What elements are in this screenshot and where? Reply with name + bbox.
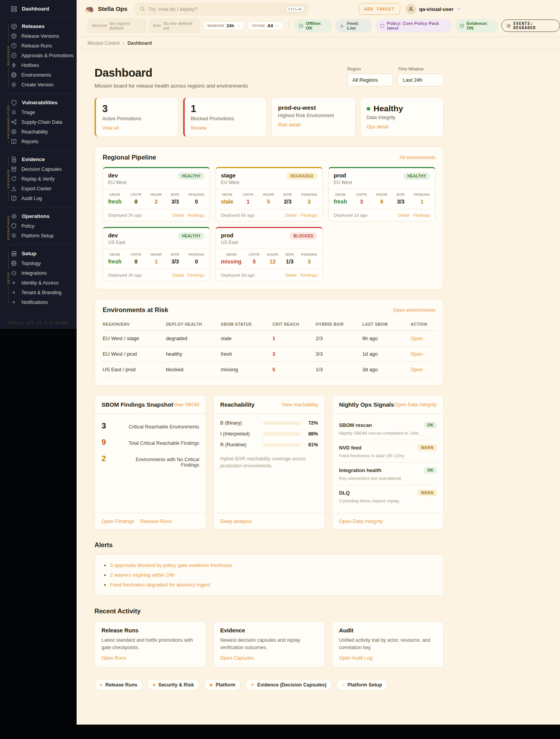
- sidebar-item-reports[interactable]: Reports: [0, 137, 77, 146]
- sidebar-item-triage[interactable]: Triage: [0, 107, 77, 117]
- page-title: Dashboard: [94, 67, 248, 79]
- time-window-select[interactable]: Last 24h: [398, 74, 444, 86]
- user-menu[interactable]: qa-visual-user: [406, 4, 461, 14]
- open-environments-link[interactable]: Open environments: [393, 307, 436, 313]
- open-row-link[interactable]: Open: [411, 335, 423, 341]
- detail-link[interactable]: Detail: [172, 273, 184, 277]
- sidebar-item-release-runs[interactable]: Release Runs: [0, 41, 77, 51]
- sidebar-item-topology[interactable]: Topology: [0, 258, 77, 268]
- open-audit-log-link[interactable]: Open Audit Log: [339, 655, 373, 661]
- rail-label: OPERATIONS: [7, 216, 10, 240]
- region-select[interactable]: All Regions: [347, 74, 393, 86]
- search-input[interactable]: [149, 6, 283, 12]
- sidebar-item-vulnerabilities[interactable]: Vulnerabilities: [0, 98, 77, 107]
- sidebar-item-hotfixes[interactable]: Hotfixes: [0, 60, 77, 70]
- sidebar-item-notifications[interactable]: Notifications: [0, 297, 77, 307]
- sidebar-item-export-center[interactable]: Export Center: [0, 184, 77, 193]
- sidebar-item-replay-verify[interactable]: Replay & Verify: [0, 174, 77, 184]
- column-header: ACTION: [411, 317, 436, 331]
- review-link[interactable]: Review: [191, 125, 207, 131]
- offline-status-pill: Offline: OK: [294, 19, 332, 32]
- open-row-link[interactable]: Open: [411, 367, 423, 372]
- view-reachability-link[interactable]: View reachability: [282, 402, 318, 407]
- activity-card-description: Unified activity trail by actor, resourc…: [339, 637, 437, 651]
- open-row-link[interactable]: Open: [411, 351, 423, 357]
- hybrid-bir-cell: 3/3: [316, 346, 362, 362]
- findings-link[interactable]: Findings: [301, 213, 317, 218]
- sidebar-item-supply-chain-data[interactable]: Supply-Chain Data: [0, 117, 77, 127]
- sidebar-item-setup[interactable]: Setup: [0, 249, 77, 258]
- pending-value: 3: [301, 258, 317, 265]
- chip-label: Platform Setup: [347, 682, 382, 688]
- sidebar-item-platform-setup[interactable]: Platform Setup: [0, 231, 77, 240]
- alert-link[interactable]: Feed freshness degraded for advisory ing…: [110, 582, 210, 588]
- last-sbom-cell: 6h ago: [362, 331, 411, 346]
- deep-analysis-link[interactable]: Deep analysis: [220, 518, 252, 524]
- detail-link[interactable]: Detail: [285, 273, 296, 277]
- sidebar-item-tenant-branding[interactable]: Tenant & Branding: [0, 288, 77, 297]
- findings-link[interactable]: Findings: [188, 213, 205, 218]
- alert-link[interactable]: 3 approvals blocked by policy gate evide…: [110, 562, 232, 568]
- release-runs-link[interactable]: Release Runs: [140, 518, 172, 524]
- sidebar-item-label: Release Runs: [21, 43, 52, 49]
- chip-release-runs[interactable]: ▸ Release Runs: [94, 679, 143, 691]
- sidebar-item-approvals-promotions[interactable]: Approvals & Promotions: [0, 51, 77, 60]
- view-all-link[interactable]: View all: [102, 125, 119, 131]
- open-findings-link[interactable]: Open Findings: [102, 518, 135, 524]
- sidebar-item-operations[interactable]: Operations: [0, 211, 77, 221]
- sidebar-item-reachability[interactable]: Reachability: [0, 127, 77, 137]
- dot-icon: [11, 280, 17, 286]
- chip-platform-setup[interactable]: ○ Platform Setup: [336, 679, 388, 691]
- breadcrumb-parent[interactable]: Mission Control: [88, 40, 120, 46]
- sidebar-item-releases[interactable]: Releases: [0, 21, 77, 31]
- signal-description: 3 pending items require replay.: [339, 499, 437, 503]
- pipeline-env-name: prod: [334, 172, 352, 179]
- sidebar-group-operations: OPERATIONS Operations Policy Platform Se…: [0, 211, 77, 241]
- crit-reach-cell: 5: [273, 362, 316, 377]
- summary-cards: 3 Active Promotions View all 1 Blocked P…: [94, 97, 444, 137]
- add-target-button[interactable]: ADD TARGET: [359, 3, 400, 15]
- detail-link[interactable]: Detail: [398, 213, 409, 218]
- sidebar-item-evidence[interactable]: Evidence: [0, 154, 77, 164]
- detail-link[interactable]: Detail: [285, 213, 296, 218]
- sidebar-item-integrations[interactable]: Integrations: [0, 268, 77, 278]
- sidebar-item-policy[interactable]: Policy: [0, 221, 77, 231]
- time-window-filter-label: Time Window: [398, 67, 444, 71]
- open-runs-link[interactable]: Open Runs: [102, 655, 126, 661]
- sidebar-item-release-versions[interactable]: Release Versions: [0, 31, 77, 41]
- ops-signal-row: SBOM rescan OK Nightly SBOM rescan compl…: [339, 418, 437, 440]
- chip-evidence-decision-capsules[interactable]: ✦ Evidence (Decision Capsules): [245, 679, 332, 691]
- sidebar-item-decision-capsules[interactable]: Decision Capsules: [0, 164, 77, 174]
- view-sbom-link[interactable]: View SBOM: [173, 402, 199, 407]
- sidebar-item-dashboard[interactable]: Dashboard: [0, 4, 77, 14]
- footer-quick-links: ▸ Release Runs ■ Security & Risk ◆ Platf…: [94, 679, 444, 691]
- sidebar-item-label: Vulnerabilities: [22, 100, 58, 105]
- crit-reach-cell: 1: [273, 331, 316, 346]
- gear-icon: [11, 82, 17, 88]
- check-circle-icon: [299, 23, 303, 28]
- findings-link[interactable]: Findings: [188, 273, 205, 277]
- events-status-button[interactable]: EVENTS: DEGRADED: [501, 19, 560, 32]
- search-bar[interactable]: Ctrl+K: [135, 3, 309, 15]
- all-environments-link[interactable]: All environments: [400, 155, 436, 160]
- risk-detail-link[interactable]: Risk detail: [278, 122, 301, 128]
- alert-link[interactable]: 2 waivers expiring within 24h: [110, 572, 175, 578]
- sidebar-item-create-version[interactable]: Create Version: [0, 80, 77, 90]
- chip-platform[interactable]: ◆ Platform: [204, 679, 241, 691]
- sidebar-item-audit-log[interactable]: Audit Log: [0, 193, 77, 203]
- stage-dropdown[interactable]: STAGE All: [248, 21, 284, 30]
- refresh-icon: [11, 176, 17, 182]
- findings-link[interactable]: Findings: [413, 213, 430, 218]
- sidebar-item-environments[interactable]: Environments: [0, 70, 77, 80]
- open-data-integrity-link[interactable]: Open Data Integrity: [395, 402, 437, 407]
- open-data-integrity-footer-link[interactable]: Open Data Integrity: [339, 518, 383, 524]
- window-dropdown[interactable]: WINDOW 24h: [203, 21, 245, 30]
- sidebar-item-identity-access[interactable]: Identity & Access: [0, 278, 77, 288]
- ops-detail-link[interactable]: Ops detail: [367, 124, 388, 130]
- open-capsules-link[interactable]: Open Capsules: [220, 655, 254, 661]
- deploy-health-cell: blocked: [166, 362, 221, 377]
- chip-security-risk[interactable]: ■ Security & Risk: [147, 679, 200, 691]
- sidebar-item-label: Create Version: [21, 82, 54, 88]
- findings-link[interactable]: Findings: [301, 273, 317, 277]
- detail-link[interactable]: Detail: [172, 213, 184, 218]
